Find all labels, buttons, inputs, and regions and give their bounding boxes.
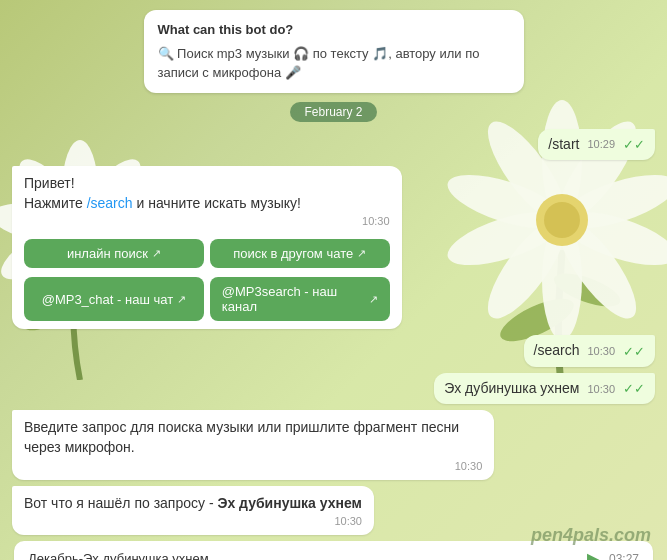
date-badge-label: February 2: [290, 102, 376, 122]
message-result-header: Вот что я нашёл по запросу - Эх дубинушк…: [12, 486, 655, 536]
track1-title: Декабрь-Эх дубинушка ухнем: [28, 551, 577, 560]
music-track-1[interactable]: Декабрь-Эх дубинушка ухнем ▶ 03:27: [14, 541, 653, 560]
message-start-check: ✓✓: [623, 137, 645, 152]
date-badge: February 2: [12, 103, 655, 119]
message-query: Эх дубинушка ухнем 10:30 ✓✓: [12, 373, 655, 405]
btn-mp3-chat-label: @MP3_chat - наш чат: [42, 292, 173, 307]
greeting-prefix: Нажмите: [24, 195, 87, 211]
message-search-prompt-time: 10:30: [455, 460, 483, 472]
message-result-header-text: Вот что я нашёл по запросу - Эх дубинушк…: [24, 494, 362, 514]
greeting-link[interactable]: /search: [87, 195, 133, 211]
message-query-check: ✓✓: [623, 381, 645, 396]
message-greeting: Привет! Нажмите /search и начните искать…: [12, 166, 655, 329]
btn-inline-label: инлайн поиск: [67, 246, 148, 261]
btn-mp3-search-arrow: ↗: [369, 293, 378, 306]
message-greeting-time: 10:30: [362, 215, 390, 227]
btn-mp3-chat[interactable]: @MP3_chat - наш чат ↗: [24, 277, 204, 321]
bot-info-bubble: What can this bot do? 🔍 Поиск mp3 музыки…: [144, 10, 524, 93]
message-start-text: /start: [548, 135, 579, 155]
message-result-header-bubble: Вот что я нашёл по запросу - Эх дубинушк…: [12, 486, 374, 536]
btn-other-chat[interactable]: поиск в другом чате ↗: [210, 239, 390, 268]
message-search-time: 10:30: [587, 345, 615, 357]
btn-mp3-search[interactable]: @MP3search - наш канал ↗: [210, 277, 390, 321]
inline-buttons-row1: инлайн поиск ↗ поиск в другом чате ↗: [24, 239, 390, 268]
message-start: /start 10:29 ✓✓: [12, 129, 655, 161]
message-search-bubble: /search 10:30 ✓✓: [524, 335, 655, 367]
btn-inline-arrow: ↗: [152, 247, 161, 260]
message-query-bubble: Эх дубинушка ухнем 10:30 ✓✓: [434, 373, 655, 405]
message-result-header-time: 10:30: [334, 515, 362, 527]
message-greeting-bubble: Привет! Нажмите /search и начните искать…: [12, 166, 402, 329]
message-start-time: 10:29: [587, 138, 615, 150]
inline-buttons-row2: @MP3_chat - наш чат ↗ @MP3search - наш к…: [24, 277, 390, 321]
message-search-check: ✓✓: [623, 344, 645, 359]
chat-area: What can this bot do? 🔍 Поиск mp3 музыки…: [0, 0, 667, 560]
inline-buttons-container: инлайн поиск ↗ поиск в другом чате ↗ @MP…: [24, 235, 390, 321]
message-query-time: 10:30: [587, 383, 615, 395]
greeting-line1: Привет!: [24, 175, 75, 191]
result-text-before: Вот что я нашёл по запросу -: [24, 495, 217, 511]
btn-other-chat-arrow: ↗: [357, 247, 366, 260]
result-text-bold: Эх дубинушка ухнем: [217, 495, 361, 511]
message-query-text: Эх дубинушка ухнем: [444, 379, 579, 399]
message-greeting-text: Привет! Нажмите /search и начните искать…: [24, 174, 390, 213]
message-search-prompt: Введите запрос для поиска музыки или при…: [12, 410, 655, 479]
btn-mp3-chat-arrow: ↗: [177, 293, 186, 306]
bot-info-title: What can this bot do?: [158, 20, 510, 40]
greeting-suffix: и начните искать музыку!: [133, 195, 301, 211]
message-start-bubble: /start 10:29 ✓✓: [538, 129, 655, 161]
btn-other-chat-label: поиск в другом чате: [233, 246, 353, 261]
track1-play-icon[interactable]: ▶: [587, 549, 599, 560]
btn-mp3-search-label: @MP3search - наш канал: [222, 284, 365, 314]
bot-info-desc: 🔍 Поиск mp3 музыки 🎧 по тексту 🎵, автору…: [158, 44, 510, 83]
message-search: /search 10:30 ✓✓: [12, 335, 655, 367]
message-search-text: /search: [534, 341, 580, 361]
message-search-prompt-text: Введите запрос для поиска музыки или при…: [24, 418, 482, 457]
btn-inline-search[interactable]: инлайн поиск ↗: [24, 239, 204, 268]
message-search-prompt-bubble: Введите запрос для поиска музыки или при…: [12, 410, 494, 479]
track1-duration: 03:27: [609, 552, 639, 560]
